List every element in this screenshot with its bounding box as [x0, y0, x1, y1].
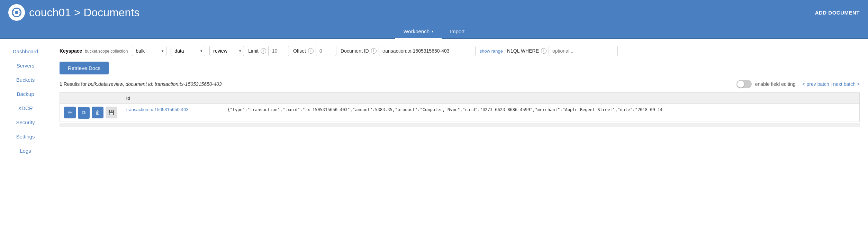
sidebar-item-backup[interactable]: Backup [0, 87, 51, 101]
offset-input[interactable] [316, 46, 336, 56]
edit-doc-button[interactable]: ✏ [64, 107, 76, 118]
save-doc-button[interactable]: 💾 [106, 107, 117, 118]
copy-icon: ⧉ [82, 110, 85, 116]
app-logo [8, 4, 25, 21]
doc-id-link[interactable]: transaction:tx-1505315650-403 [126, 107, 189, 112]
sidebar-item-settings[interactable]: Settings [0, 129, 51, 144]
nav-tabs: Workbench ▾ Import [0, 25, 868, 39]
field-editing-toggle[interactable] [736, 80, 752, 88]
n1ql-info-icon: i [541, 48, 546, 54]
doc-id-group: Document ID i [341, 46, 476, 56]
offset-group: Offset i [293, 46, 336, 56]
tab-workbench[interactable]: Workbench ▾ [395, 25, 442, 39]
doc-id-cell: transaction:tx-1505315650-403 [122, 104, 224, 122]
doc-id-info-icon: i [371, 48, 377, 54]
app-header: couch01 > Documents ADD DOCUMENT [0, 0, 868, 25]
n1ql-group: N1QL WHERE i [507, 46, 618, 56]
doc-content: {"type":"transaction","txnid":"tx-150531… [227, 107, 662, 112]
limit-group: Limit i [248, 46, 289, 56]
main-layout: Dashboard Servers Buckets Backup XDCR Se… [0, 39, 868, 252]
table-header-row: id [60, 93, 860, 104]
scope-select[interactable]: data [171, 46, 205, 56]
horizontal-scrollbar[interactable] [60, 123, 860, 127]
limit-input[interactable] [268, 46, 289, 56]
actions-column-header [60, 93, 122, 104]
sidebar: Dashboard Servers Buckets Backup XDCR Se… [0, 39, 51, 252]
save-icon: 💾 [108, 110, 114, 115]
sidebar-item-dashboard[interactable]: Dashboard [0, 44, 51, 58]
doc-content-cell: {"type":"transaction","txnid":"tx-150531… [223, 104, 859, 122]
chevron-down-icon: ▾ [432, 29, 433, 33]
sidebar-item-security[interactable]: Security [0, 115, 51, 129]
prev-batch-link[interactable]: < prev batch [802, 81, 829, 87]
pencil-icon: ✏ [68, 110, 72, 115]
results-summary: 1 Results for bulk.data.review, document… [60, 81, 222, 87]
sidebar-item-xdcr[interactable]: XDCR [0, 101, 51, 115]
field-editing-toggle-area: enable field editing [736, 80, 796, 88]
sidebar-item-buckets[interactable]: Buckets [0, 73, 51, 87]
sidebar-item-logs[interactable]: Logs [0, 144, 51, 158]
add-document-button[interactable]: ADD DOCUMENT [815, 10, 860, 16]
delete-doc-button[interactable]: 🗑 [92, 107, 103, 118]
results-row: 1 Results for bulk.data.review, document… [60, 80, 860, 88]
table-row: ✏ ⧉ 🗑 💾 transaction:tx-15053156 [60, 104, 860, 122]
content-column-header [223, 93, 859, 104]
row-actions-cell: ✏ ⧉ 🗑 💾 [60, 104, 122, 122]
keyspace-label: Keyspace bucket.scope.collection [60, 48, 128, 54]
copy-doc-button[interactable]: ⧉ [78, 107, 90, 119]
doc-id-input[interactable] [379, 46, 476, 56]
retrieve-docs-button[interactable]: Retrieve Docs [60, 62, 109, 74]
results-controls: enable field editing < prev batch | next… [736, 80, 860, 88]
trash-icon: 🗑 [95, 110, 100, 115]
bucket-select[interactable]: bulk [132, 46, 166, 56]
page-title: couch01 > Documents [29, 6, 139, 19]
main-content: Keyspace bucket.scope.collection bulk ▾ … [51, 39, 868, 252]
keyspace-row: Keyspace bucket.scope.collection bulk ▾ … [60, 46, 860, 56]
offset-info-icon: i [308, 48, 314, 54]
sidebar-item-servers[interactable]: Servers [0, 58, 51, 73]
collection-select[interactable]: review [209, 46, 244, 56]
documents-table: id ✏ ⧉ 🗑 [60, 92, 860, 122]
toggle-knob [737, 81, 744, 88]
id-column-header: id [122, 93, 224, 104]
bucket-select-wrapper: bulk ▾ [132, 46, 166, 56]
collection-select-wrapper: review ▾ [209, 46, 244, 56]
scope-select-wrapper: data ▾ [171, 46, 205, 56]
next-batch-link[interactable]: next batch > [833, 81, 860, 87]
tab-import[interactable]: Import [442, 25, 473, 38]
limit-info-icon: i [261, 48, 266, 54]
show-range-link[interactable]: show range [480, 48, 503, 54]
n1ql-input[interactable] [549, 46, 618, 56]
batch-navigation: < prev batch | next batch > [802, 81, 860, 87]
header-left: couch01 > Documents [8, 4, 139, 21]
